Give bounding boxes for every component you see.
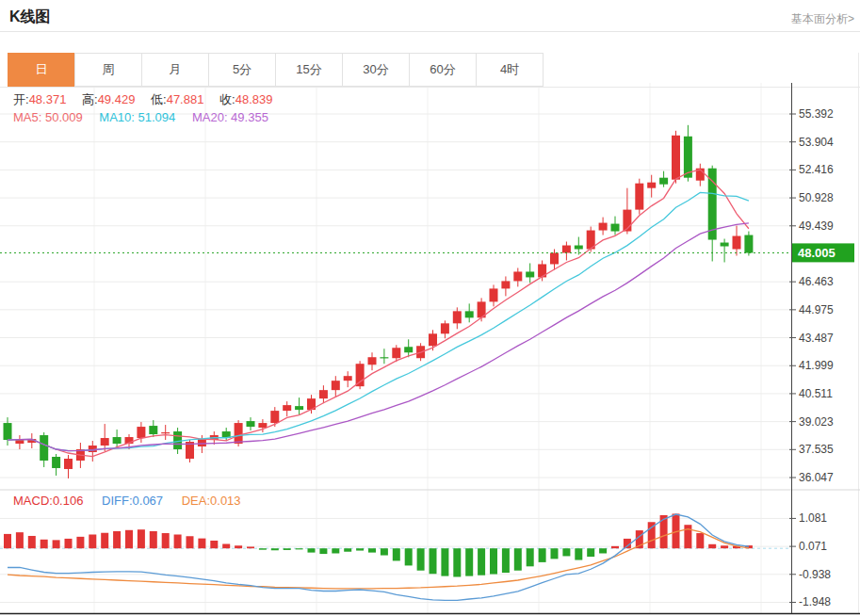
macd-bar: [478, 548, 485, 575]
macd-value: MACD:0.106: [13, 494, 83, 508]
close-label: 收:: [219, 92, 235, 106]
macd-bar: [150, 531, 157, 548]
ma10-line: [8, 192, 749, 450]
candle: [101, 438, 109, 446]
candle: [258, 423, 267, 428]
ohlc-legend: 开:48.371 高:49.429 低:47.881 收:48.839: [13, 91, 284, 108]
candle: [611, 224, 620, 232]
macd-bar: [514, 548, 522, 571]
macd-bar: [198, 539, 205, 549]
ma5-value: MA5: 50.009: [13, 110, 83, 124]
macd-bar: [187, 536, 194, 548]
candle: [392, 348, 400, 358]
axis-label: 36.047: [799, 471, 834, 484]
candle: [380, 357, 388, 358]
axis-label: 49.439: [799, 219, 834, 233]
macd-bar: [490, 548, 497, 574]
tab-15min[interactable]: 15分: [275, 53, 343, 87]
macd-bar: [599, 548, 607, 553]
macd-bar: [551, 548, 559, 559]
candle: [344, 376, 352, 381]
low-value: 47.881: [167, 92, 204, 106]
candle: [465, 311, 474, 317]
candle: [270, 411, 279, 423]
tab-60min[interactable]: 60分: [409, 53, 477, 87]
candle: [733, 236, 741, 250]
macd-bar: [696, 533, 704, 548]
macd-bar: [222, 543, 230, 548]
axis-label: 40.511: [799, 387, 833, 400]
macd-bar: [76, 537, 84, 548]
candle: [513, 271, 522, 281]
macd-bar: [441, 548, 448, 575]
macd-bar: [502, 548, 510, 573]
macd-bar: [393, 548, 400, 560]
macd-bar: [368, 548, 376, 552]
candle: [562, 246, 571, 253]
macd-bar: [4, 534, 11, 548]
open-label: 开:: [13, 92, 29, 106]
candlestick-series: [4, 125, 754, 478]
candle: [599, 223, 608, 231]
candle: [659, 178, 668, 185]
axis-label: 39.023: [799, 415, 834, 429]
macd-bar: [41, 540, 48, 548]
macd-bar: [247, 546, 254, 548]
candle: [501, 281, 510, 288]
axis-label: 41.999: [799, 359, 834, 372]
candle: [247, 421, 255, 427]
macd-bar: [271, 548, 279, 550]
diff-value: DIFF:0.067: [102, 494, 163, 508]
axis-label: 44.975: [799, 303, 834, 316]
macd-legend: MACD:0.106 DIFF:0.067 DEA:0.013: [13, 494, 241, 508]
macd-bar: [465, 548, 473, 575]
candle: [4, 423, 12, 440]
candle: [441, 323, 449, 333]
macd-bar: [101, 533, 108, 548]
macd-bar: [344, 548, 351, 552]
candle: [744, 235, 753, 253]
candle: [550, 252, 559, 264]
macd-bar: [235, 545, 242, 548]
ma-legend: MA5: 50.009 MA10: 51.094 MA20: 49.355: [13, 110, 268, 124]
macd-bar: [16, 532, 24, 548]
candle: [356, 364, 365, 386]
period-tabbar: 日周月5分15分30分60分4时: [8, 53, 544, 87]
macd-bar: [319, 548, 327, 554]
candle: [235, 423, 243, 444]
candle: [672, 136, 680, 180]
candle: [332, 381, 340, 390]
candle: [721, 243, 729, 247]
tab-day[interactable]: 日: [8, 53, 75, 87]
candle: [635, 184, 643, 210]
macd-bar: [284, 548, 291, 550]
macd-bar: [721, 545, 728, 548]
candle: [295, 406, 303, 410]
candle: [490, 288, 498, 301]
high-label: 高:: [82, 92, 98, 106]
ma20-value: MA20: 49.355: [192, 110, 268, 124]
macd-bar: [587, 548, 594, 557]
macd-bar: [308, 548, 316, 552]
axis-label: -0.938: [799, 568, 831, 581]
tab-30min[interactable]: 30分: [342, 53, 410, 87]
tab-5min[interactable]: 5分: [208, 53, 276, 87]
tab-month[interactable]: 月: [141, 53, 209, 87]
axis-label: 50.928: [799, 191, 834, 204]
tab-4hour[interactable]: 4时: [476, 53, 544, 87]
axis-label: 46.463: [799, 275, 834, 288]
candle: [198, 439, 206, 446]
candle: [404, 347, 413, 352]
macd-bar: [453, 548, 461, 576]
candle: [319, 390, 328, 398]
macd-bar: [174, 535, 182, 549]
macd-bar: [417, 548, 425, 571]
diff-line: [8, 514, 749, 600]
candle: [526, 271, 534, 277]
macd-bar: [332, 548, 339, 553]
macd-bar: [575, 548, 582, 559]
svg-text:48.005: 48.005: [798, 246, 836, 260]
macd-bar: [539, 548, 546, 562]
macd-bar: [162, 533, 170, 548]
tab-week[interactable]: 周: [74, 53, 142, 87]
